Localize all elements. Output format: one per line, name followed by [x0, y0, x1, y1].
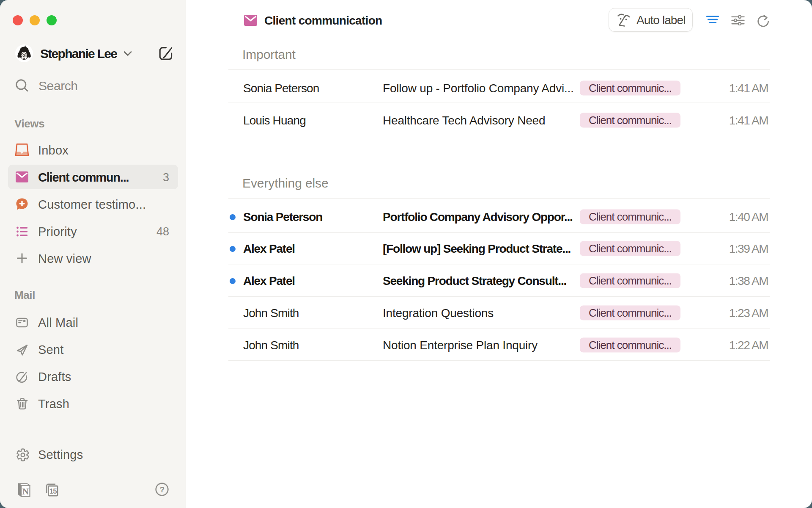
svg-text:N: N [22, 486, 29, 497]
svg-text:15: 15 [49, 487, 57, 495]
svg-text:?: ? [159, 485, 165, 494]
